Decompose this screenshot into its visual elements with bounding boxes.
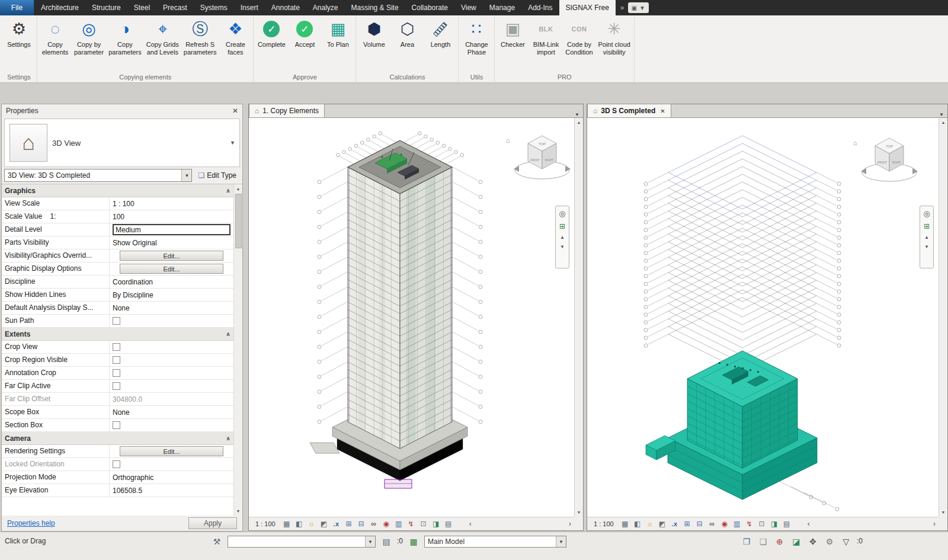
collapse-chevron-icon[interactable]: ∧ [226,331,230,337]
section-header-camera[interactable]: Camera∧ [2,432,233,445]
copy-parameters-button[interactable]: ◑Copyparameters [106,17,144,56]
steering-wheel-icon[interactable]: ◎ [923,209,930,218]
property-value[interactable]: 106508.5 [110,484,233,497]
menu-tab-insert[interactable]: Insert [234,0,265,15]
apply-button[interactable]: Apply [188,517,237,529]
temporary-properties-icon[interactable]: .x [331,519,342,529]
view-canvas-3d-s-completed[interactable]: TOPFRONTRIGHT⌂ ◎ ⊞ ▲ ▼ [587,118,939,517]
shadows-icon[interactable]: ◩ [657,519,668,529]
nav-up-icon[interactable]: ▲ [924,235,929,240]
property-value[interactable]: None [110,406,233,418]
crop-view-checkbox[interactable] [113,343,120,351]
view-scale-control[interactable]: 1 : 100 [590,519,617,529]
file-menu-button[interactable]: File [0,0,34,15]
displacement-icon[interactable]: ↯ [406,519,417,529]
point-cloud-visibility-button[interactable]: ✳Point cloudvisibility [595,17,632,56]
reveal-hidden-icon[interactable]: ◉ [719,519,730,529]
combo-dropdown-icon[interactable]: ▼ [556,536,566,547]
property-value[interactable]: None [110,302,233,314]
menu-tab-analyze[interactable]: Analyze [306,0,345,15]
fine-lines-icon[interactable]: ▦ [620,519,630,529]
copy-by-parameter-button[interactable]: ◎Copy byparameter [72,17,106,56]
select-underlay-icon[interactable]: ❏ [757,536,769,548]
menu-tab-structure[interactable]: Structure [85,0,127,15]
select-links-icon[interactable]: ❐ [741,536,752,548]
visibility-graphics-overrid-edit-button[interactable]: Edit... [120,251,223,261]
worksharing-display-icon[interactable]: ▥ [732,519,742,529]
menu-tab-precast[interactable]: Precast [156,0,194,15]
scroll-down-icon[interactable]: ▼ [234,507,243,516]
graphic-display-options-edit-button[interactable]: Edit... [120,264,223,274]
analytical-model-icon[interactable]: ◨ [431,519,441,529]
property-value[interactable]: By Discipline [110,289,233,301]
property-value[interactable]: 100 [110,210,233,223]
crop-region-icon[interactable]: ⊟ [694,519,705,529]
visual-style-icon[interactable]: ◧ [632,519,643,529]
select-pinned-icon[interactable]: ⊕ [774,536,786,548]
crop-region-icon[interactable]: ⊟ [356,519,367,529]
property-value[interactable]: Coordination [110,276,233,288]
select-by-face-icon[interactable]: ◪ [790,536,802,548]
design-options-icon[interactable]: ▦ [408,536,419,548]
vertical-scrollbar[interactable]: ▲ ▼ [574,118,583,517]
property-value[interactable]: Show Original [110,236,233,249]
to-plan-button[interactable]: ▦To Plan [321,17,354,49]
scroll-left-icon[interactable]: ‹ [469,520,472,528]
scroll-down-icon[interactable]: ▼ [939,508,948,517]
crop-view-icon[interactable]: ⊞ [344,519,354,529]
view-list-dropdown-icon[interactable]: ▼ [936,112,947,117]
scroll-up-icon[interactable]: ▲ [939,118,948,127]
bim-link-import-button[interactable]: BLKBIM-Linkimport [529,17,562,56]
code-by-condition-button[interactable]: CONCode byCondition [562,17,595,56]
worksets-icon[interactable]: ⚒ [211,536,223,548]
ribbon-display-toggle[interactable]: ▣ ▼ [628,2,649,13]
saved-orientation-icon[interactable]: ▤ [782,519,792,529]
nav-down-icon[interactable]: ▼ [560,244,565,249]
settings-button[interactable]: ⚙Settings [2,17,36,49]
ribbon-overflow-icon[interactable]: » [620,4,624,12]
edit-type-button[interactable]: ❏ Edit Type [194,169,240,182]
reveal-hidden-icon[interactable]: ◉ [381,519,392,529]
length-button[interactable]: Length [424,17,457,49]
section-box-checkbox[interactable] [113,421,120,429]
property-value[interactable]: 304800.0 [110,393,233,405]
scrollbar-thumb[interactable] [235,194,242,248]
navigation-bar[interactable]: ◎ ⊞ ▲ ▼ [920,206,934,268]
background-processes-icon[interactable]: ⚙ [824,536,835,548]
menu-tab-steel[interactable]: Steel [127,0,156,15]
view-tab-copy-elements[interactable]: ⌂ 1. Copy Elements [249,104,325,117]
create-faces-button[interactable]: ❖Createfaces [219,17,252,56]
copy-elements-button[interactable]: ◌Copyelements [39,17,72,56]
editing-requests-icon[interactable]: ▤ [380,536,392,548]
temporary-properties-icon[interactable]: .x [670,519,680,529]
pan-icon[interactable]: ⊞ [559,222,565,231]
reveal-constraints-icon[interactable]: ⊡ [757,519,767,529]
nav-down-icon[interactable]: ▼ [924,244,929,249]
combo-dropdown-icon[interactable]: ▼ [365,536,375,547]
pan-icon[interactable]: ⊞ [924,222,930,231]
view-scale-control[interactable]: 1 : 100 [252,519,279,529]
menu-tab-massing-site[interactable]: Massing & Site [345,0,405,15]
view-tab-3d-s-completed[interactable]: ⌂ 3D S Completed ✕ [587,104,671,117]
change-phase-button[interactable]: ∷ChangePhase [460,17,493,56]
property-value[interactable]: Orthographic [110,471,233,484]
menu-tab-signax-free[interactable]: SIGNAX Free [559,0,616,15]
scroll-right-icon[interactable]: › [569,520,571,528]
scroll-down-icon[interactable]: ▼ [575,508,584,517]
shadows-icon[interactable]: ◩ [319,519,329,529]
properties-scrollbar[interactable]: ▲ ▼ [233,184,242,516]
scroll-right-icon[interactable]: › [933,520,936,528]
scroll-left-icon[interactable]: ‹ [808,520,810,528]
temporary-hide-icon[interactable]: ∞ [369,519,379,529]
drag-on-selection-icon[interactable]: ✥ [807,536,819,548]
accept-button[interactable]: ✓Accept [288,17,321,49]
filter-icon[interactable]: ▽ [840,536,852,548]
view-instance-combo[interactable]: 3D View: 3D S Completed ▼ [4,169,192,182]
locked-orientation-checkbox[interactable] [113,460,120,468]
vertical-scrollbar[interactable]: ▲ ▼ [939,118,947,517]
volume-button[interactable]: ⬢Volume [357,17,390,49]
fine-lines-icon[interactable]: ▦ [281,519,292,529]
crop-region-visible-checkbox[interactable] [113,356,120,364]
menu-tab-collaborate[interactable]: Collaborate [405,0,454,15]
type-dropdown-icon[interactable]: ▼ [230,140,235,146]
